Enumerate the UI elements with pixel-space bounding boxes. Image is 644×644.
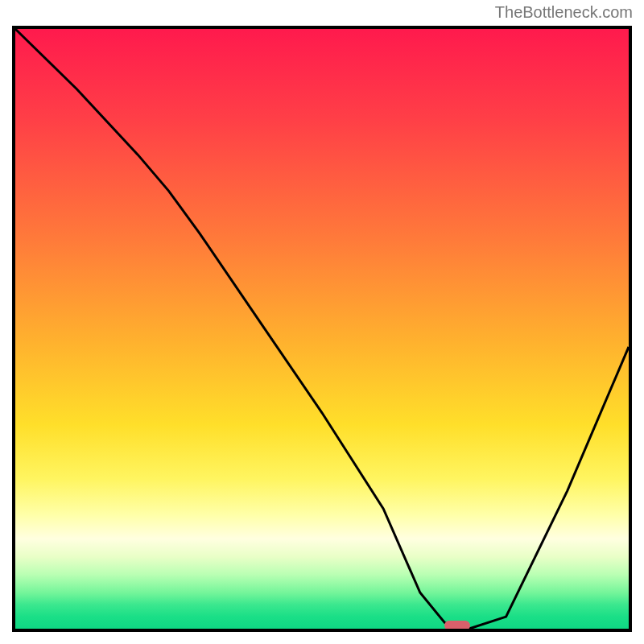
optimal-marker xyxy=(444,621,470,630)
watermark-text: TheBottleneck.com xyxy=(495,3,633,22)
chart-frame xyxy=(12,26,632,632)
bottleneck-curve xyxy=(15,29,629,629)
curve-path xyxy=(15,29,629,629)
